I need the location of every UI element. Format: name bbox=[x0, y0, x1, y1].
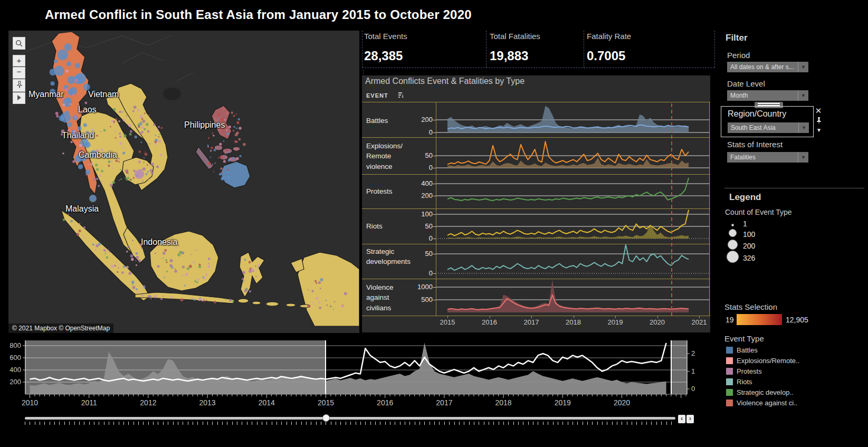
axis-tick-label: 0 bbox=[408, 269, 433, 277]
slider-tick bbox=[503, 422, 504, 425]
slider-tick bbox=[193, 422, 193, 425]
slider-tick bbox=[252, 422, 252, 425]
mini-chart-violence[interactable] bbox=[436, 279, 710, 316]
pin-filter-button[interactable] bbox=[815, 117, 822, 128]
mini-chart-battles[interactable] bbox=[436, 103, 710, 137]
slider-tick bbox=[474, 422, 474, 425]
legend-swatch bbox=[726, 347, 733, 354]
slider-tick bbox=[89, 422, 90, 425]
mini-chart-explosions/[interactable] bbox=[436, 137, 710, 174]
slider-tick bbox=[562, 422, 563, 425]
year-label: 2018 bbox=[558, 318, 589, 326]
slider-tick bbox=[523, 422, 523, 425]
chevron-down-icon[interactable]: ▼ bbox=[798, 90, 808, 101]
slider-tick bbox=[583, 422, 583, 425]
event-column-header[interactable]: EVENT bbox=[366, 92, 404, 99]
scroll-left-button[interactable]: ‹ bbox=[678, 415, 685, 423]
overview-year-label: 2012 bbox=[132, 398, 164, 407]
mini-chart-riots[interactable] bbox=[436, 208, 710, 244]
slider-tick bbox=[424, 422, 425, 425]
chevron-down-icon[interactable]: ▼ bbox=[798, 152, 808, 163]
overview-year-label: 2017 bbox=[428, 398, 460, 407]
overview-year-label: 2020 bbox=[606, 398, 638, 407]
slider-tick bbox=[346, 422, 346, 425]
time-slider-handle[interactable] bbox=[322, 414, 330, 422]
chevron-down-icon[interactable]: ▼ bbox=[798, 62, 808, 72]
slider-tick bbox=[439, 422, 440, 425]
legend-swatch bbox=[726, 400, 733, 406]
left-axis-label: 600 bbox=[4, 354, 21, 362]
search-icon bbox=[15, 40, 23, 47]
map-canvas[interactable] bbox=[8, 31, 359, 333]
legend-size-item: 1 bbox=[726, 219, 768, 229]
slider-tick bbox=[518, 422, 519, 425]
slider-tick bbox=[25, 422, 25, 425]
row-separator bbox=[362, 244, 710, 244]
year-tick bbox=[447, 316, 448, 318]
overview-chart[interactable] bbox=[0, 337, 710, 411]
mini-chart-strategic[interactable] bbox=[436, 244, 710, 279]
legend-swatch bbox=[726, 357, 733, 364]
zoom-in-button[interactable]: + bbox=[13, 55, 25, 66]
stats-of-interest-dropdown[interactable]: Fatalities▼ bbox=[727, 152, 808, 163]
period-dropdown[interactable]: All dates on & after s...▼ bbox=[727, 62, 808, 72]
slider-tick bbox=[188, 422, 188, 425]
overview-year-label: 2019 bbox=[547, 398, 578, 407]
slider-tick bbox=[74, 422, 75, 425]
slider-tick bbox=[627, 422, 627, 425]
event-type-item[interactable]: Protests bbox=[726, 367, 762, 375]
event-type-label: Explosions/Remote.. bbox=[737, 357, 799, 365]
page-title: Armed Conflict in South East Asia from J… bbox=[45, 7, 472, 22]
slider-tick bbox=[356, 422, 356, 425]
legend-size-label: 1 bbox=[743, 220, 747, 228]
mini-chart-protests[interactable] bbox=[436, 174, 710, 208]
slider-tick bbox=[207, 422, 208, 425]
year-label: 2021 bbox=[683, 318, 715, 326]
close-icon[interactable]: ✕ bbox=[814, 106, 823, 116]
date-level-dropdown[interactable]: Month▼ bbox=[727, 90, 808, 101]
slider-tick bbox=[163, 422, 164, 425]
slider-tick bbox=[64, 422, 65, 425]
slider-tick bbox=[636, 422, 637, 425]
right-axis-label: 1 bbox=[691, 367, 695, 375]
axis-tick-label: 50 bbox=[408, 250, 433, 258]
stats-gradient-bar[interactable] bbox=[737, 314, 782, 325]
slider-tick bbox=[651, 422, 652, 425]
stats-selection-heading: Stats Selection bbox=[724, 302, 777, 311]
row-separator bbox=[362, 279, 710, 279]
region-dropdown[interactable]: South East Asia▼ bbox=[728, 122, 809, 133]
axis-tick-label: 50 bbox=[408, 222, 433, 230]
year-label: 2015 bbox=[432, 318, 463, 326]
slider-tick bbox=[336, 422, 336, 425]
event-type-item[interactable]: Explosions/Remote.. bbox=[726, 357, 799, 365]
time-slider-track[interactable] bbox=[25, 417, 675, 420]
map-search-button[interactable] bbox=[13, 37, 25, 50]
slider-tick bbox=[656, 422, 657, 425]
slider-tick bbox=[296, 422, 297, 425]
slider-tick bbox=[84, 422, 84, 425]
event-type-item[interactable]: Battles bbox=[726, 346, 758, 354]
row-separator bbox=[362, 316, 710, 316]
slider-tick bbox=[44, 422, 45, 425]
slider-tick bbox=[212, 422, 213, 425]
event-type-item[interactable]: Riots bbox=[726, 378, 752, 386]
slider-tick bbox=[197, 422, 198, 425]
year-tick bbox=[574, 316, 574, 318]
sort-icon[interactable] bbox=[398, 92, 404, 99]
chevron-down-icon[interactable]: ▼ bbox=[798, 122, 809, 133]
slider-tick bbox=[276, 422, 277, 425]
zoom-out-button[interactable]: − bbox=[13, 67, 25, 79]
row-label-protests: Protests bbox=[366, 186, 413, 197]
map-attribution[interactable]: © 2021 Mapbox © OpenStreetMap bbox=[8, 324, 113, 333]
event-type-item[interactable]: Strategic develop.. bbox=[726, 388, 794, 396]
slider-tick bbox=[69, 422, 70, 425]
chevron-down-icon[interactable]: ▼ bbox=[815, 127, 823, 133]
pan-right-button[interactable] bbox=[13, 92, 25, 104]
region-filter-card[interactable]: Region/Country South East Asia▼ bbox=[721, 106, 814, 137]
overview-year-label: 2014 bbox=[251, 398, 282, 407]
map-pin-button[interactable] bbox=[13, 79, 25, 92]
map-panel[interactable]: + − MyanmarVietnamLaosThailandCambodiaPh… bbox=[8, 31, 359, 333]
event-type-item[interactable]: Violence against ci.. bbox=[726, 399, 797, 407]
slider-tick bbox=[143, 422, 144, 425]
scroll-right-button[interactable]: › bbox=[686, 415, 694, 423]
